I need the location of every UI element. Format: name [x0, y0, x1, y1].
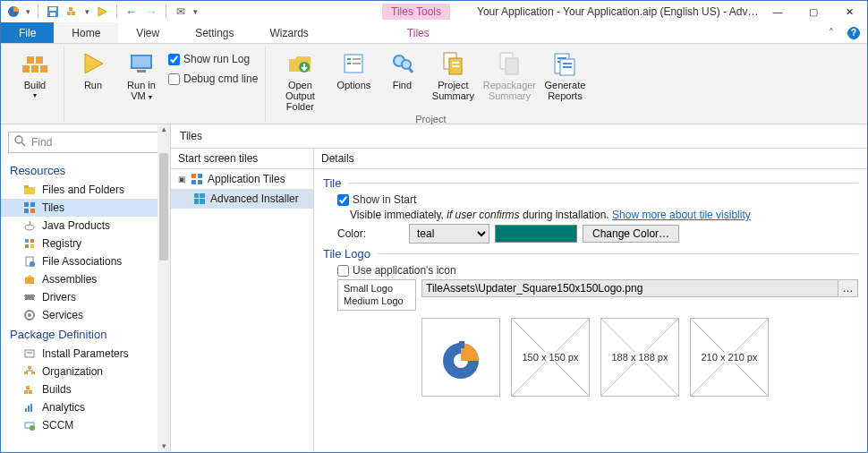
visibility-link[interactable]: Show more about tile visiblity	[612, 209, 751, 221]
build-icon[interactable]	[65, 4, 80, 19]
scroll-up-icon[interactable]: ▴	[162, 124, 166, 137]
tree-expand-icon[interactable]: ▣	[178, 175, 186, 184]
scroll-down-icon[interactable]: ▾	[162, 441, 166, 453]
close-button[interactable]: ✕	[831, 1, 867, 22]
sidebar-item-java[interactable]: Java Products	[1, 217, 170, 235]
svg-rect-31	[506, 58, 518, 74]
run-icon[interactable]	[95, 4, 109, 19]
tree-node-advanced-installer[interactable]: Advanced Installer	[171, 189, 313, 209]
open-output-folder-button[interactable]: Open Output Folder	[273, 46, 327, 112]
sidebar-item-registry[interactable]: Registry	[1, 235, 170, 252]
svg-rect-56	[24, 295, 25, 296]
tab-file[interactable]: File	[1, 22, 54, 43]
maximize-button[interactable]: ▢	[796, 1, 831, 22]
svg-rect-77	[191, 180, 196, 184]
forward-icon[interactable]: →	[144, 4, 158, 19]
build-dropdown-icon[interactable]: ▾	[85, 7, 89, 16]
sidebar-item-file-assoc[interactable]: File Associations	[1, 252, 170, 270]
change-color-button[interactable]: Change Color…	[583, 225, 679, 243]
svg-rect-82	[200, 199, 205, 204]
svg-rect-8	[22, 65, 30, 73]
help-icon[interactable]: ?	[847, 27, 860, 39]
sidebar-item-files-folders[interactable]: Files and Folders	[1, 181, 170, 199]
tree-header: Start screen tiles	[171, 149, 313, 169]
svg-rect-57	[34, 295, 35, 296]
debug-cmd-checkbox[interactable]: Debug cmd line	[168, 73, 258, 85]
run-in-vm-button[interactable]: Run in VM ▾	[120, 46, 163, 102]
tab-tiles[interactable]: Tiles	[389, 22, 447, 43]
options-button[interactable]: Options	[332, 46, 375, 90]
sidebar-scrollbar[interactable]: ▴ ▾	[157, 124, 170, 453]
svg-rect-43	[30, 202, 35, 207]
find-placeholder: Find	[31, 136, 52, 149]
project-summary-button[interactable]: Project Summary	[429, 46, 477, 101]
sidebar-item-tiles[interactable]: Tiles	[1, 199, 170, 217]
sidebar-item-drivers[interactable]: Drivers	[1, 288, 170, 306]
browse-button[interactable]: …	[838, 280, 857, 296]
tiles-tree: Start screen tiles ▣ Application Tiles A…	[171, 149, 314, 453]
sidebar-item-analytics[interactable]: Analytics	[1, 398, 170, 416]
tree-node-app-tiles[interactable]: ▣ Application Tiles	[171, 169, 313, 189]
qat-dropdown-icon[interactable]: ▾	[26, 7, 30, 16]
svg-rect-72	[30, 404, 32, 412]
svg-rect-67	[24, 390, 28, 394]
group-tile: Tile	[323, 176, 858, 190]
sidebar-item-services[interactable]: Services	[1, 306, 170, 324]
mail-icon[interactable]: ✉	[174, 4, 188, 19]
svg-marker-54	[25, 275, 34, 278]
svg-rect-5	[72, 12, 75, 15]
preview-150: 150 x 150 px	[511, 318, 590, 397]
find-input[interactable]: Find	[8, 132, 163, 153]
svg-rect-71	[28, 406, 30, 412]
svg-rect-60	[25, 350, 34, 357]
minimize-button[interactable]: —	[760, 1, 796, 22]
tab-home[interactable]: Home	[54, 22, 118, 43]
build-dropdown-icon[interactable]: ▾	[33, 92, 37, 100]
logo-path-input[interactable]	[422, 280, 838, 296]
repackager-label: Repackager Summary	[482, 80, 536, 101]
find-label: Find	[393, 80, 412, 90]
svg-rect-42	[24, 202, 29, 207]
repackager-summary-button[interactable]: Repackager Summary	[482, 46, 536, 101]
run-button[interactable]: Run	[72, 46, 115, 90]
tab-wizards[interactable]: Wizards	[252, 22, 327, 43]
sidebar-item-install-params[interactable]: Install Parameters	[1, 345, 170, 363]
generate-reports-button[interactable]: Generate Reports	[541, 46, 588, 101]
preview-thumb	[421, 318, 500, 397]
svg-rect-20	[347, 63, 351, 64]
group-tile-logo: Tile Logo	[323, 247, 858, 261]
show-run-log-checkbox[interactable]: Show run Log	[168, 53, 258, 65]
svg-rect-78	[198, 180, 202, 184]
svg-rect-29	[452, 65, 459, 67]
ribbon-tabs: File Home View Settings Wizards Tiles ˄ …	[1, 22, 867, 44]
show-in-start-checkbox[interactable]: Show in Start	[337, 193, 416, 206]
svg-rect-48	[25, 244, 29, 248]
svg-rect-4	[67, 12, 71, 15]
svg-rect-21	[353, 58, 361, 60]
tab-settings[interactable]: Settings	[177, 22, 251, 43]
use-app-icon-checkbox[interactable]: Use application's icon	[337, 264, 456, 277]
section-package-def: Package Definition	[1, 324, 170, 345]
svg-marker-7	[98, 7, 106, 16]
color-select[interactable]: teal	[409, 224, 489, 244]
svg-rect-11	[27, 56, 34, 64]
sidebar-item-assemblies[interactable]: Assemblies	[1, 270, 170, 288]
sidebar-item-organization[interactable]: Organization	[1, 363, 170, 380]
mail-dropdown-icon[interactable]: ▾	[193, 7, 198, 16]
svg-rect-22	[353, 63, 361, 64]
build-button[interactable]: Build ▾	[13, 46, 56, 100]
logo-size-list[interactable]: Small Logo Medium Logo	[337, 279, 416, 311]
back-icon[interactable]: ←	[124, 4, 139, 19]
ribbon: Build ▾ Run Run in VM ▾ Show run Log Deb…	[1, 44, 867, 124]
find-button[interactable]: Find	[380, 46, 423, 90]
sidebar-item-builds[interactable]: Builds	[1, 380, 170, 398]
ribbon-collapse-icon[interactable]: ˄	[822, 22, 840, 43]
search-icon	[14, 135, 26, 150]
sidebar-item-sccm[interactable]: SCCM	[1, 416, 170, 434]
scrollbar-thumb[interactable]	[159, 153, 168, 261]
svg-rect-80	[200, 193, 205, 198]
svg-rect-44	[24, 209, 29, 213]
generate-reports-label: Generate Reports	[541, 80, 588, 101]
save-icon[interactable]	[46, 4, 60, 19]
tab-view[interactable]: View	[118, 22, 177, 43]
